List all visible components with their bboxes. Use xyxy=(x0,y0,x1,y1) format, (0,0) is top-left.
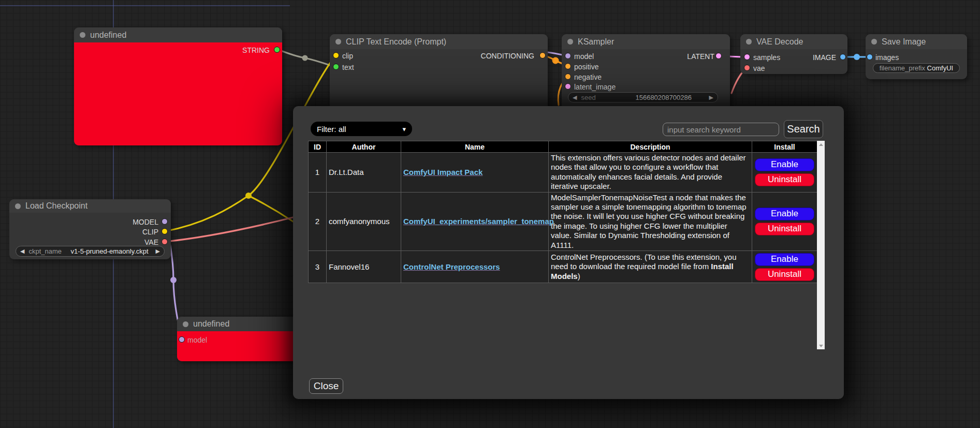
reroute-dot-model[interactable] xyxy=(170,277,177,283)
input-label-model: model xyxy=(187,336,207,344)
socket-latent-image-input[interactable] xyxy=(565,83,571,90)
reroute-dot-image[interactable] xyxy=(854,54,860,60)
node-header[interactable]: CLIP Text Encode (Prompt) xyxy=(330,34,548,49)
input-label-samples: samples xyxy=(753,53,780,62)
input-label-clip: clip xyxy=(342,52,353,60)
input-label-text: text xyxy=(342,63,354,71)
reroute-dot-string[interactable] xyxy=(302,55,308,61)
output-label-model: MODEL xyxy=(133,218,158,226)
socket-clip-input[interactable] xyxy=(333,52,339,58)
socket-latent-output[interactable] xyxy=(715,53,722,59)
uninstall-button[interactable]: Uninstall xyxy=(755,268,814,281)
table-scrollbar[interactable] xyxy=(817,141,825,349)
socket-string-output[interactable] xyxy=(274,47,280,53)
socket-image-output[interactable] xyxy=(840,54,846,60)
enable-button[interactable]: Enable xyxy=(755,208,814,220)
socket-positive-input[interactable] xyxy=(565,63,571,69)
table-row: 2 comfyanonymous ComfyUI_experiments/sam… xyxy=(309,192,817,250)
column-header-install: Install xyxy=(752,141,817,153)
socket-clip-output[interactable] xyxy=(162,228,168,234)
node-header[interactable]: KSampler xyxy=(562,34,730,49)
reroute-dot-clip[interactable] xyxy=(245,193,252,199)
socket-vae-input[interactable] xyxy=(744,65,750,71)
node-save-image[interactable]: Save Image images filename_prefix ComfyU… xyxy=(866,34,967,79)
socket-samples-input[interactable] xyxy=(744,54,750,60)
node-vae-decode[interactable]: VAE Decode samples vae IMAGE xyxy=(740,34,847,74)
output-label-clip: CLIP xyxy=(142,228,158,236)
column-header-description: Description xyxy=(549,141,752,153)
table-row: 1 Dr.Lt.Data ComfyUI Impact Pack This ex… xyxy=(309,153,817,193)
uninstall-button[interactable]: Uninstall xyxy=(755,223,814,235)
seed-widget-label: seed xyxy=(581,94,622,101)
input-label-positive: positive xyxy=(574,63,598,71)
scrollbar-down-arrow-icon[interactable] xyxy=(817,342,825,349)
ckpt-widget-value: v1-5-pruned-emaonly.ckpt xyxy=(68,247,152,255)
node-header[interactable]: VAE Decode xyxy=(740,34,847,49)
node-undefined-top[interactable]: undefined STRING xyxy=(74,27,282,145)
filename-widget-value: ComfyUI xyxy=(926,64,954,72)
cell-description: This extension offers various detector n… xyxy=(549,153,752,193)
node-status-dot-icon xyxy=(80,32,85,38)
output-label-latent: LATENT xyxy=(687,52,714,61)
ckpt-widget-label: ckpt_name xyxy=(28,247,67,255)
socket-negative-input[interactable] xyxy=(565,73,571,80)
extension-link[interactable]: ControlNet Preprocessors xyxy=(403,262,500,271)
enable-button[interactable]: Enable xyxy=(755,253,814,266)
socket-text-input[interactable] xyxy=(333,64,339,70)
table-row: 3 Fannovel16 ControlNet Preprocessors Co… xyxy=(309,251,817,283)
socket-model-input[interactable] xyxy=(565,53,571,59)
input-label-latent-image: latent_image xyxy=(574,83,616,91)
seed-widget[interactable]: ◀ seed 156680208700286 ▶ xyxy=(568,92,718,102)
node-status-dot-icon xyxy=(567,39,573,45)
node-header[interactable]: Load Checkpoint xyxy=(9,199,171,213)
cell-author: comfyanonymous xyxy=(327,192,401,250)
socket-conditioning-output[interactable] xyxy=(539,52,546,58)
node-ksampler[interactable]: KSampler model positive negative latent_… xyxy=(562,34,730,117)
search-input[interactable] xyxy=(663,123,779,136)
enable-button[interactable]: Enable xyxy=(755,158,814,171)
arrow-left-icon[interactable]: ◀ xyxy=(16,248,28,255)
uninstall-button[interactable]: Uninstall xyxy=(755,173,814,186)
node-header[interactable]: undefined xyxy=(74,27,282,42)
output-label-image: IMAGE xyxy=(813,53,836,62)
node-title: KSampler xyxy=(578,37,614,47)
output-label-conditioning: CONDITIONING xyxy=(481,52,534,60)
node-status-dot-icon xyxy=(15,203,21,209)
node-error-body xyxy=(74,42,282,145)
node-title: VAE Decode xyxy=(756,37,803,47)
scrollbar-up-arrow-icon[interactable] xyxy=(817,141,825,148)
node-status-dot-icon xyxy=(335,39,341,45)
chevron-down-icon: ▾ xyxy=(402,125,406,133)
cell-id: 2 xyxy=(309,192,327,250)
column-header-author: Author xyxy=(327,141,401,153)
cell-author: Fannovel16 xyxy=(327,251,401,283)
reroute-dot-conditioning[interactable] xyxy=(552,57,559,64)
ckpt-name-widget[interactable]: ◀ ckpt_name v1-5-pruned-emaonly.ckpt ▶ xyxy=(16,246,165,257)
input-label-images: images xyxy=(875,53,899,62)
node-load-checkpoint[interactable]: Load Checkpoint MODEL CLIP VAE ◀ ckpt_na… xyxy=(9,199,171,259)
socket-model-input[interactable] xyxy=(179,336,185,343)
node-status-dot-icon xyxy=(183,321,188,327)
extensions-table: ID Author Name Description Install 1 Dr.… xyxy=(308,141,817,283)
close-button[interactable]: Close xyxy=(309,378,343,394)
input-label-negative: negative xyxy=(574,73,602,81)
node-title: CLIP Text Encode (Prompt) xyxy=(346,37,446,47)
node-status-dot-icon xyxy=(871,39,877,45)
filter-select[interactable]: Filter: all ▾ xyxy=(311,122,412,136)
extension-link[interactable]: ComfyUI Impact Pack xyxy=(403,168,482,176)
table-header-row: ID Author Name Description Install xyxy=(309,141,817,153)
filename-prefix-widget[interactable]: filename_prefix ComfyUI xyxy=(873,63,960,73)
extension-link[interactable]: ComfyUI_experiments/sampler_tonemap xyxy=(403,217,554,226)
search-button[interactable]: Search xyxy=(784,120,823,138)
arrow-right-icon[interactable]: ▶ xyxy=(705,94,718,101)
cell-id: 1 xyxy=(309,153,327,193)
socket-model-output[interactable] xyxy=(162,218,168,225)
node-title: Save Image xyxy=(882,37,926,47)
socket-vae-output[interactable] xyxy=(162,239,168,245)
arrow-left-icon[interactable]: ◀ xyxy=(568,94,581,101)
arrow-right-icon[interactable]: ▶ xyxy=(152,248,164,255)
seed-widget-value: 156680208700286 xyxy=(622,94,705,101)
cell-description: ControlNet Preprocessors. (To use this e… xyxy=(549,251,752,283)
socket-images-input[interactable] xyxy=(867,54,873,60)
node-header[interactable]: Save Image xyxy=(866,34,967,49)
